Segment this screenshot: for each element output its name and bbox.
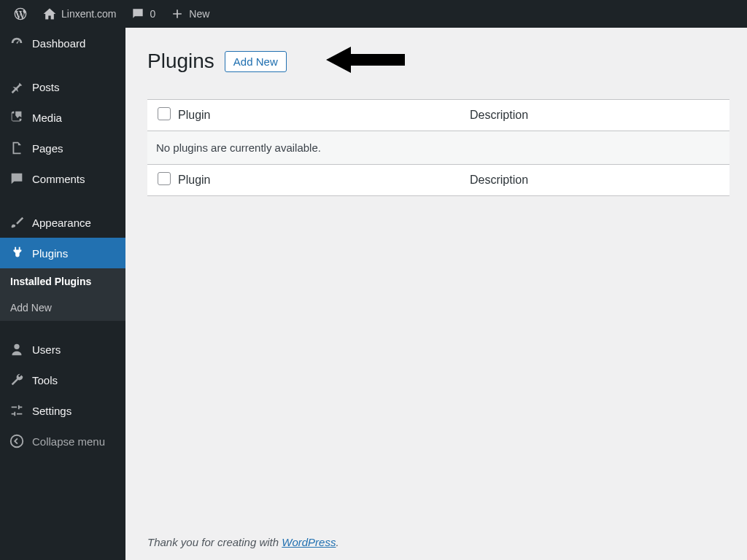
sidebar-item-users[interactable]: Users [0, 334, 125, 365]
svg-point-0 [11, 435, 23, 448]
comments-count: 0 [150, 8, 155, 20]
plug-icon [9, 245, 25, 261]
sidebar-item-posts[interactable]: Posts [0, 71, 125, 102]
col-footer-plugin[interactable]: Plugin [178, 174, 470, 187]
wrench-icon [9, 372, 25, 388]
footer-prefix: Thank you for creating with [147, 536, 282, 548]
sidebar-item-settings[interactable]: Settings [0, 395, 125, 426]
submenu-installed-plugins[interactable]: Installed Plugins [0, 268, 125, 295]
sidebar-item-label: Comments [32, 173, 85, 185]
table-footer-row: Plugin Description [147, 165, 729, 195]
pushpin-icon [9, 79, 25, 95]
new-label: New [189, 8, 209, 20]
sidebar-item-plugins[interactable]: Plugins [0, 238, 125, 268]
col-footer-description: Description [470, 174, 719, 187]
home-icon [42, 7, 57, 21]
sidebar-item-label: Plugins [32, 247, 68, 260]
submenu-add-new[interactable]: Add New [0, 295, 125, 321]
dashboard-icon [9, 35, 25, 51]
table-header-row: Plugin Description [147, 100, 729, 131]
sidebar-item-label: Tools [32, 374, 58, 386]
media-icon [9, 109, 25, 125]
wordpress-link[interactable]: WordPress [282, 536, 336, 548]
col-header-description: Description [470, 109, 719, 122]
admin-footer: Thank you for creating with WordPress. [147, 524, 729, 560]
wp-logo-menu[interactable] [6, 0, 35, 28]
collapse-menu[interactable]: Collapse menu [0, 426, 125, 456]
sidebar-item-media[interactable]: Media [0, 102, 125, 133]
admin-topbar: Linxent.com 0 New [0, 0, 747, 28]
page-title: Plugins [147, 50, 214, 73]
sidebar-item-label: Appearance [32, 217, 91, 229]
sidebar-item-label: Settings [32, 405, 71, 417]
sidebar-item-label: Users [32, 343, 61, 356]
brush-icon [9, 214, 25, 230]
pages-icon [9, 140, 25, 156]
add-new-button[interactable]: Add New [225, 51, 287, 72]
footer-suffix: . [336, 536, 338, 548]
collapse-icon [9, 433, 25, 449]
sidebar-item-comments[interactable]: Comments [0, 163, 125, 194]
site-name: Linxent.com [61, 8, 116, 20]
sidebar-item-dashboard[interactable]: Dashboard [0, 28, 125, 58]
sidebar-item-label: Dashboard [32, 37, 85, 50]
table-empty-message: No plugins are currently available. [147, 131, 729, 165]
page-head: Plugins Add New [147, 44, 729, 79]
sidebar-item-label: Media [32, 112, 62, 124]
plugins-table: Plugin Description No plugins are curren… [147, 99, 729, 196]
plugins-submenu: Installed Plugins Add New [0, 268, 125, 321]
select-all-checkbox-top[interactable] [158, 107, 171, 120]
sidebar-item-label: Pages [32, 142, 63, 155]
sidebar-item-pages[interactable]: Pages [0, 133, 125, 163]
user-icon [9, 341, 25, 357]
comments-link[interactable]: 0 [123, 0, 163, 28]
sidebar-item-label: Posts [32, 81, 60, 93]
comment-icon [9, 171, 25, 187]
site-home-link[interactable]: Linxent.com [35, 0, 123, 28]
comment-icon [131, 7, 145, 21]
new-content-link[interactable]: New [163, 0, 217, 28]
plus-icon [170, 7, 185, 21]
collapse-label: Collapse menu [32, 435, 105, 448]
wordpress-icon [13, 7, 28, 21]
select-all-checkbox-bottom[interactable] [158, 172, 171, 185]
annotation-arrow-icon [326, 44, 406, 79]
sidebar-item-appearance[interactable]: Appearance [0, 207, 125, 238]
sidebar-item-tools[interactable]: Tools [0, 365, 125, 395]
col-header-plugin[interactable]: Plugin [178, 109, 470, 122]
main-content: Plugins Add New Plugin Description No pl… [125, 28, 747, 560]
sliders-icon [9, 402, 25, 419]
admin-sidebar: Dashboard Posts Media Pages Comments App… [0, 28, 125, 560]
